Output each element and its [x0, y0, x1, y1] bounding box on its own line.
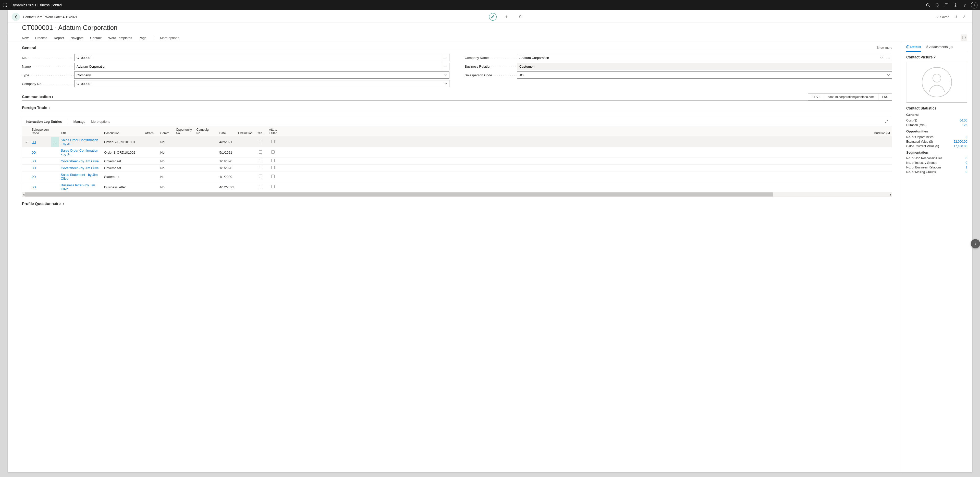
table-row[interactable]: →JO⋮Sales Order Confirmation - by Ji...O… [22, 137, 892, 147]
general-show-more[interactable]: Show more [877, 46, 892, 49]
attempt-failed-checkbox[interactable] [271, 150, 275, 154]
action-more-options[interactable]: More options [160, 36, 179, 40]
cell-title[interactable]: Sales Statement - by Jim Olive [59, 172, 102, 182]
page-info-icon[interactable]: ⓘ [961, 35, 967, 41]
stat-est-value[interactable]: 22,000.00 [954, 140, 967, 143]
notifications-icon[interactable] [932, 0, 942, 10]
business-relation-label: Business Relation [465, 65, 491, 68]
stat-job-resp[interactable]: 0 [966, 156, 967, 160]
action-navigate[interactable]: Navigate [70, 36, 83, 40]
row-menu-icon[interactable] [51, 165, 59, 172]
table-row[interactable]: JOBusiness letter - by Jim OliveBusiness… [22, 182, 892, 192]
cell-salesperson[interactable]: JO [30, 172, 51, 182]
svg-point-1 [5, 3, 6, 4]
contact-picture-header[interactable]: Contact Picture [906, 55, 967, 59]
cell-title[interactable]: Sales Order Confirmation - by Ji... [59, 147, 102, 158]
section-communication-header[interactable]: Communication › 31772 adatum.corporation… [22, 94, 892, 101]
ilog-more-options[interactable]: More options [91, 120, 110, 124]
contact-statistics-header: Contact Statistics [906, 106, 967, 110]
type-select[interactable]: Company [74, 72, 449, 79]
stat-duration[interactable]: 125 [962, 123, 967, 127]
edit-button[interactable] [489, 13, 496, 21]
svg-point-7 [5, 6, 6, 7]
company-name-lookup-button[interactable]: ··· [885, 54, 892, 61]
stat-cost[interactable]: 66.00 [959, 119, 967, 122]
collapse-factbox-icon[interactable] [962, 15, 966, 19]
cancelled-checkbox[interactable] [259, 150, 262, 154]
cell-salesperson[interactable]: JO [30, 165, 51, 172]
table-row[interactable]: JOSales Statement - by Jim OliveStatemen… [22, 172, 892, 182]
cell-title[interactable]: Sales Order Confirmation - by Ji... [59, 137, 102, 147]
cancelled-checkbox[interactable] [259, 159, 262, 162]
table-row[interactable]: JOCoversheet - by Jim OliveCoversheetNo1… [22, 165, 892, 172]
next-record-button[interactable] [971, 239, 980, 248]
company-name-select[interactable]: Adatum Corporation [517, 54, 885, 61]
row-menu-icon[interactable]: ⋮ [51, 137, 59, 147]
type-label: Type [22, 73, 29, 77]
action-page[interactable]: Page [139, 36, 146, 40]
stat-mailing-groups[interactable]: 0 [966, 170, 967, 174]
no-input[interactable] [74, 54, 442, 61]
company-no-label: Company No. [22, 82, 42, 86]
cell-title[interactable]: Coversheet - by Jim Olive [59, 158, 102, 165]
cancelled-checkbox[interactable] [259, 175, 262, 178]
app-launcher-icon[interactable] [3, 3, 8, 8]
name-input[interactable] [74, 63, 442, 70]
cancelled-checkbox[interactable] [259, 166, 262, 169]
row-menu-icon[interactable] [51, 158, 59, 165]
cancelled-checkbox[interactable] [259, 140, 262, 143]
company-no-select[interactable]: CT000001 [74, 80, 449, 87]
cell-salesperson[interactable]: JO [30, 147, 51, 158]
row-menu-icon[interactable] [51, 182, 59, 192]
top-bar: Dynamics 365 Business Central IK [0, 0, 980, 10]
stat-industry-groups[interactable]: 0 [966, 161, 967, 165]
stat-calc-value[interactable]: 17,100.00 [954, 145, 967, 148]
cell-salesperson[interactable]: JO [30, 137, 51, 147]
open-new-window-icon[interactable] [954, 15, 958, 19]
horizontal-scrollbar[interactable]: ◂▸ [22, 192, 892, 197]
cell-title[interactable]: Coversheet - by Jim Olive [59, 165, 102, 172]
action-report[interactable]: Report [54, 36, 64, 40]
attempt-failed-checkbox[interactable] [271, 140, 275, 143]
tab-details[interactable]: ⓘ Details [906, 45, 921, 52]
table-row[interactable]: JOCoversheet - by Jim OliveCoversheetNo1… [22, 158, 892, 165]
no-lookup-button[interactable]: ··· [442, 54, 449, 61]
section-profile-questionnaire-header[interactable]: Profile Questionnaire › [22, 201, 892, 207]
chevron-right-icon: › [51, 94, 53, 99]
stat-business-relations[interactable]: 1 [966, 165, 967, 169]
help-icon[interactable] [960, 0, 969, 10]
action-new[interactable]: New [22, 36, 29, 40]
section-foreign-trade-header[interactable]: Foreign Trade › [22, 105, 892, 111]
delete-button[interactable] [517, 13, 524, 21]
flag-icon[interactable] [942, 0, 951, 10]
ilog-manage[interactable]: Manage [73, 120, 86, 124]
attempt-failed-checkbox[interactable] [271, 159, 275, 162]
contact-picture-placeholder[interactable] [906, 62, 967, 103]
action-contact[interactable]: Contact [90, 36, 102, 40]
svg-point-9 [926, 3, 929, 6]
stat-opportunities[interactable]: 3 [966, 135, 967, 139]
tab-attachments[interactable]: Attachments (0) [926, 45, 953, 52]
interaction-log-section: Interaction Log Entries Manage More opti… [22, 117, 892, 197]
cell-title[interactable]: Business letter - by Jim Olive [59, 182, 102, 192]
row-menu-icon[interactable] [51, 172, 59, 182]
cancelled-checkbox[interactable] [259, 185, 262, 188]
attempt-failed-checkbox[interactable] [271, 185, 275, 188]
row-menu-icon[interactable] [51, 147, 59, 158]
action-process[interactable]: Process [35, 36, 47, 40]
table-row[interactable]: JOSales Order Confirmation - by Ji...Ord… [22, 147, 892, 158]
name-lookup-button[interactable]: ··· [442, 63, 449, 70]
app-brand: Dynamics 365 Business Central [11, 3, 62, 7]
settings-icon[interactable] [951, 0, 960, 10]
cell-salesperson[interactable]: JO [30, 158, 51, 165]
search-icon[interactable] [923, 0, 932, 10]
user-avatar[interactable]: IK [971, 2, 977, 8]
cell-salesperson[interactable]: JO [30, 182, 51, 192]
attempt-failed-checkbox[interactable] [271, 166, 275, 169]
new-button[interactable] [503, 13, 511, 21]
ilog-maximize-icon[interactable] [885, 120, 888, 123]
action-word-templates[interactable]: Word Templates [108, 36, 132, 40]
attempt-failed-checkbox[interactable] [271, 175, 275, 178]
back-button[interactable] [12, 13, 20, 21]
salesperson-select[interactable]: JO [517, 72, 892, 79]
